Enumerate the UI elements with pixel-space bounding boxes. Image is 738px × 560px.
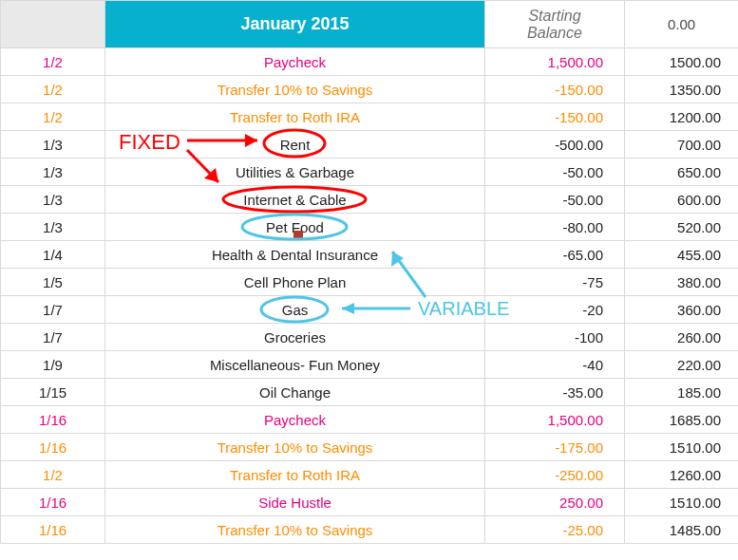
cell-amount[interactable]: -25.00 [485,516,625,544]
cell-balance[interactable]: 1685.00 [625,406,739,434]
table-row: 1/3Pet Food-80.00520.00 [1,214,739,241]
cell-balance[interactable]: 1350.00 [625,76,739,103]
cell-balance[interactable]: 455.00 [625,241,739,269]
cell-balance[interactable]: 185.00 [625,379,739,406]
cell-date[interactable]: 1/15 [1,379,105,406]
cell-date[interactable]: 1/3 [1,159,105,186]
cell-description[interactable]: Cell Phone Plan [105,269,485,296]
cell-description[interactable]: Utilities & Garbage [105,159,485,186]
cell-description[interactable]: Transfer 10% to Savings [105,76,485,103]
cell-amount[interactable]: -65.00 [485,241,625,269]
cell-date[interactable]: 1/5 [1,269,105,296]
cell-description[interactable]: Groceries [105,324,485,351]
cell-description[interactable]: Health & Dental Insurance [105,241,485,269]
cell-description[interactable]: Transfer to Roth IRA [105,461,485,489]
cell-date[interactable]: 1/2 [1,76,105,103]
cell-balance[interactable]: 1510.00 [625,489,739,516]
cell-amount[interactable]: -50.00 [485,186,625,214]
table-row: 1/2Transfer to Roth IRA-150.001200.00 [1,103,739,131]
cell-amount[interactable]: -75 [485,269,625,296]
cell-description[interactable]: Pet Food [105,214,485,241]
cell-amount[interactable]: -500.00 [485,131,625,159]
cell-balance[interactable]: 1500.00 [625,48,739,76]
cell-amount[interactable]: -150.00 [485,103,625,131]
cell-date[interactable]: 1/7 [1,296,105,324]
cell-balance[interactable]: 1485.00 [625,516,739,544]
cell-date[interactable]: 1/16 [1,406,105,434]
table-row: 1/16Transfer 10% to Savings-25.001485.00 [1,516,739,544]
cell-balance[interactable]: 1260.00 [625,461,739,489]
cell-balance[interactable]: 380.00 [625,269,739,296]
cell-amount[interactable]: -150.00 [485,76,625,103]
cell-date[interactable]: 1/4 [1,241,105,269]
table-row: 1/2Transfer 10% to Savings-150.001350.00 [1,76,739,103]
cell-amount[interactable]: -80.00 [485,214,625,241]
cell-description[interactable]: Transfer 10% to Savings [105,516,485,544]
table-row: 1/9Miscellaneous- Fun Money-40220.00 [1,351,739,379]
cell-balance[interactable]: 1200.00 [625,103,739,131]
table-row: 1/2Paycheck1,500.001500.00 [1,48,739,76]
header-starting-balance-label: StartingBalance [485,1,625,48]
header-starting-balance-value: 0.00 [625,1,739,48]
cell-balance[interactable]: 1510.00 [625,434,739,461]
cell-balance[interactable]: 220.00 [625,351,739,379]
table-row: 1/5Cell Phone Plan-75380.00 [1,269,739,296]
cell-amount[interactable]: 1,500.00 [485,406,625,434]
table-row: 1/4Health & Dental Insurance-65.00455.00 [1,241,739,269]
cell-date[interactable]: 1/16 [1,434,105,461]
header-row: January 2015 StartingBalance 0.00 [1,1,739,48]
cell-balance[interactable]: 520.00 [625,214,739,241]
table-row: 1/7Groceries-100260.00 [1,324,739,351]
cell-amount[interactable]: -175.00 [485,434,625,461]
cell-amount[interactable]: 250.00 [485,489,625,516]
cell-description[interactable]: Paycheck [105,48,485,76]
cell-amount[interactable]: -40 [485,351,625,379]
table-row: 1/16Paycheck1,500.001685.00 [1,406,739,434]
table-row: 1/2Transfer to Roth IRA-250.001260.00 [1,461,739,489]
cell-balance[interactable]: 650.00 [625,159,739,186]
table-row: 1/3Utilities & Garbage-50.00650.00 [1,159,739,186]
cell-description[interactable]: Miscellaneous- Fun Money [105,351,485,379]
table-row: 1/16Side Hustle250.001510.00 [1,489,739,516]
cell-amount[interactable]: -35.00 [485,379,625,406]
header-month: January 2015 [105,1,485,48]
cell-amount[interactable]: -100 [485,324,625,351]
cell-date[interactable]: 1/7 [1,324,105,351]
cell-date[interactable]: 1/16 [1,489,105,516]
cell-amount[interactable]: 1,500.00 [485,48,625,76]
cell-date[interactable]: 1/3 [1,131,105,159]
table-row: 1/3Rent-500.00700.00 [1,131,739,159]
cell-description[interactable]: Internet & Cable [105,186,485,214]
cell-description[interactable]: Transfer 10% to Savings [105,434,485,461]
cell-date[interactable]: 1/2 [1,48,105,76]
spreadsheet: January 2015 StartingBalance 0.00 1/2Pay… [0,0,738,560]
budget-table: January 2015 StartingBalance 0.00 1/2Pay… [0,0,738,544]
cell-amount[interactable]: -250.00 [485,461,625,489]
cell-balance[interactable]: 360.00 [625,296,739,324]
cell-amount[interactable]: -20 [485,296,625,324]
cell-date[interactable]: 1/9 [1,351,105,379]
table-row: 1/15Oil Change-35.00185.00 [1,379,739,406]
table-row: 1/16Transfer 10% to Savings-175.001510.0… [1,434,739,461]
cell-description[interactable]: Gas [105,296,485,324]
cell-description[interactable]: Rent [105,131,485,159]
cell-description[interactable]: Side Hustle [105,489,485,516]
table-row: 1/7Gas-20360.00 [1,296,739,324]
cell-balance[interactable]: 260.00 [625,324,739,351]
cell-date[interactable]: 1/2 [1,103,105,131]
cell-description[interactable]: Paycheck [105,406,485,434]
cell-date[interactable]: 1/3 [1,186,105,214]
cell-description[interactable]: Oil Change [105,379,485,406]
cell-date[interactable]: 1/3 [1,214,105,241]
header-blank [1,1,105,48]
cell-description[interactable]: Transfer to Roth IRA [105,103,485,131]
cell-balance[interactable]: 700.00 [625,131,739,159]
cell-date[interactable]: 1/2 [1,461,105,489]
cell-date[interactable]: 1/16 [1,516,105,544]
cell-amount[interactable]: -50.00 [485,159,625,186]
table-row: 1/3Internet & Cable-50.00600.00 [1,186,739,214]
cell-balance[interactable]: 600.00 [625,186,739,214]
